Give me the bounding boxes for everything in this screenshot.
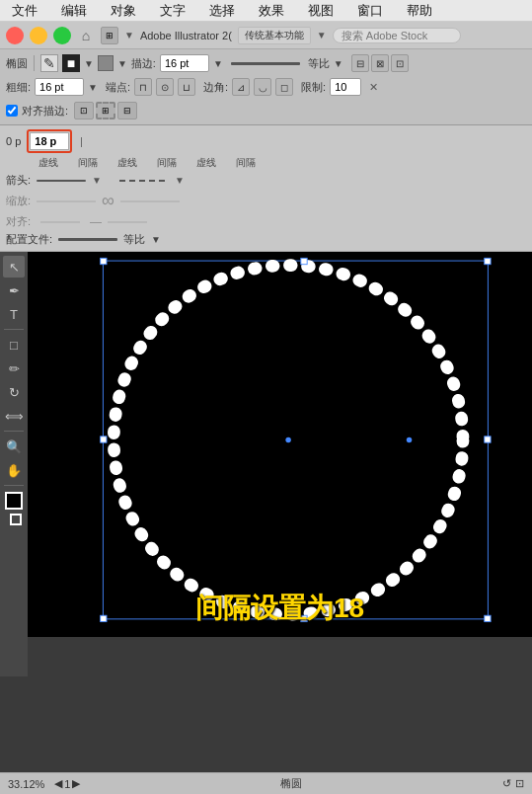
- scale-slider: [37, 200, 96, 202]
- rotate-view-icon[interactable]: ↺: [502, 777, 511, 790]
- fill-color-swatch[interactable]: [5, 492, 23, 510]
- close-icon[interactable]: ✕: [369, 81, 378, 94]
- limit-input[interactable]: [330, 78, 361, 96]
- scale-label: 缩放:: [6, 194, 31, 208]
- home-icon[interactable]: ⌂: [77, 27, 95, 44]
- svg-rect-5: [101, 437, 107, 442]
- menu-view[interactable]: 视图: [304, 0, 338, 22]
- hand-tool[interactable]: ✋: [3, 459, 25, 481]
- interval-value-label: 0 p: [6, 135, 21, 147]
- align-icons: ⊟ ⊠ ⊡: [351, 54, 409, 72]
- limit-label: 限制:: [301, 80, 326, 95]
- align-left-icon[interactable]: ⊟: [351, 54, 369, 72]
- align-center-stroke-icon[interactable]: ⊞: [96, 102, 115, 119]
- weight-arrow: ▼: [88, 82, 98, 93]
- profile-label: 等比: [308, 56, 330, 71]
- align-row-2: 对齐: —: [6, 214, 526, 229]
- window-minimize-btn[interactable]: [30, 27, 47, 44]
- arrow-left-line: [37, 180, 86, 182]
- zoom-tool[interactable]: 🔍: [3, 436, 25, 457]
- align-right-icon[interactable]: ⊡: [391, 54, 409, 72]
- props-row-1: 椭圆 ✎ ■ ▼ ▼ 描边: ▼ 等比 ▼ ⊟ ⊠ ⊡: [6, 52, 526, 74]
- app-title: Adobe Illustrator 2(: [140, 30, 232, 41]
- arrow-row: 箭头: ▼ ▼: [6, 173, 526, 188]
- stroke-label: 描边:: [131, 56, 156, 71]
- corner-round-icon[interactable]: ◡: [254, 78, 271, 96]
- gap-label-3: 间隔: [233, 156, 259, 170]
- stroke-profile-line: [231, 62, 300, 65]
- menu-object[interactable]: 对象: [107, 0, 140, 22]
- dropdown-arrow-icon: ▼: [124, 30, 134, 40]
- rotate-tool[interactable]: ↻: [3, 381, 25, 403]
- align-line: [40, 221, 80, 223]
- svg-rect-3: [301, 258, 307, 264]
- status-bar: 33.12% ◀ 1 ▶ 椭圆 ↺ ⊡: [0, 772, 532, 794]
- zoom-display: 33.12%: [8, 778, 44, 790]
- feature-dropdown[interactable]: 传统基本功能: [238, 27, 311, 44]
- gap-label-1: 间隔: [75, 156, 101, 170]
- menu-window[interactable]: 窗口: [353, 0, 387, 22]
- zoom-value: 33.12%: [8, 778, 44, 790]
- fill-swatch[interactable]: ■: [62, 54, 80, 72]
- align-center-icon[interactable]: ⊠: [371, 54, 389, 72]
- gap-label-2: 间隔: [154, 156, 180, 170]
- tool-divider-1: [4, 329, 24, 330]
- menu-text[interactable]: 文字: [156, 0, 190, 22]
- cursor-icon: |: [80, 136, 83, 147]
- stroke-icon[interactable]: ✎: [40, 54, 58, 72]
- corner-bevel-icon[interactable]: ◻: [275, 78, 293, 96]
- prev-page-icon[interactable]: ◀: [54, 777, 62, 790]
- shape-tool[interactable]: □: [3, 334, 25, 356]
- toolbar: ⌂ ⊞ ▼ Adobe Illustrator 2( 传统基本功能 ▼: [0, 22, 532, 49]
- align-stroke-checkbox[interactable]: [6, 105, 18, 117]
- divider-1: [34, 55, 35, 71]
- menu-effect[interactable]: 效果: [255, 0, 288, 22]
- properties-panel: 椭圆 ✎ ■ ▼ ▼ 描边: ▼ 等比 ▼ ⊟ ⊠ ⊡ 粗细: ▼ 端点: ⊓ …: [0, 49, 532, 125]
- align-stroke-label: 对齐描边:: [22, 104, 68, 119]
- page-number: 1: [64, 778, 70, 790]
- dash-label-1: 虚线: [36, 156, 61, 170]
- arrow-left-arrow: ▼: [92, 175, 102, 186]
- svg-point-11: [407, 437, 412, 442]
- artwork-svg: [28, 252, 532, 637]
- canvas-area: ↖ ✒ T □ ✏ ↻ ⟺ 🔍 ✋: [0, 252, 532, 676]
- stroke-color-swatch[interactable]: [10, 514, 22, 525]
- mirror-tool[interactable]: ⟺: [3, 405, 25, 427]
- menu-help[interactable]: 帮助: [403, 0, 436, 22]
- stroke-rows: 0 p | 虚线 间隔 虚线 间隔 虚线 间隔 箭头: ▼ ▼ 缩放:: [6, 129, 526, 247]
- menu-select[interactable]: 选择: [205, 0, 239, 22]
- dash-label-2: 虚线: [114, 156, 140, 170]
- profile-label-text: 配置文件:: [6, 232, 52, 247]
- next-page-icon[interactable]: ▶: [72, 777, 80, 790]
- selection-tool[interactable]: ↖: [3, 256, 25, 278]
- align-outside-icon[interactable]: ⊟: [117, 102, 137, 119]
- stroke-value-input[interactable]: [160, 54, 209, 72]
- stock-search-input[interactable]: [333, 28, 461, 43]
- cap-butt-icon[interactable]: ⊓: [134, 78, 152, 96]
- grid-icon[interactable]: ⊞: [101, 27, 118, 44]
- canvas[interactable]: 间隔设置为18: [28, 252, 532, 637]
- arrow-label: 箭头:: [6, 173, 31, 188]
- pencil-tool[interactable]: ✏: [3, 357, 25, 379]
- corner-miter-icon[interactable]: ⊿: [232, 78, 250, 96]
- window-close-btn[interactable]: [6, 27, 24, 44]
- dropdown-arrow-2: ▼: [84, 58, 94, 69]
- color-swatch[interactable]: [98, 55, 114, 71]
- cap-round-icon[interactable]: ⊙: [156, 78, 174, 96]
- cap-square-icon[interactable]: ⊔: [178, 78, 195, 96]
- interval-row: 0 p |: [6, 129, 526, 153]
- menu-file[interactable]: 文件: [8, 0, 41, 22]
- dash-label-3: 虚线: [193, 156, 219, 170]
- weight-input[interactable]: [35, 78, 84, 96]
- fit-page-icon[interactable]: ⊡: [515, 777, 524, 790]
- profile-row: 配置文件: 等比 ▼: [6, 232, 526, 247]
- menu-edit[interactable]: 编辑: [57, 0, 91, 22]
- window-maximize-btn[interactable]: [53, 27, 71, 44]
- weight-label: 粗细:: [6, 80, 31, 95]
- stroke-unit-arrow: ▼: [213, 58, 223, 69]
- props-row-2: 粗细: ▼ 端点: ⊓ ⊙ ⊔ 边角: ⊿ ◡ ◻ 限制: ✕: [6, 76, 526, 98]
- type-tool[interactable]: T: [3, 303, 25, 325]
- align-inside-icon[interactable]: ⊡: [74, 102, 94, 119]
- pen-tool[interactable]: ✒: [3, 279, 25, 301]
- interval-input[interactable]: [30, 132, 69, 150]
